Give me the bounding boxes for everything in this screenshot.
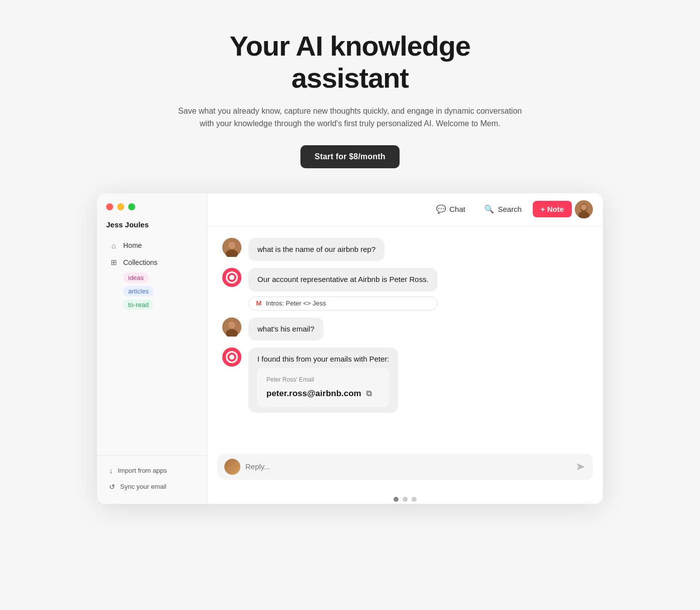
sidebar: Jess Joules ⌂ Home ⊞ Collections ideas a… [97,193,207,504]
sidebar-bottom: ↓ Import from apps ↺ Sync your email [97,455,207,504]
hero-description: Save what you already know, capture new … [175,105,525,130]
user-avatar-2 [222,318,241,337]
import-icon: ↓ [109,467,113,475]
user-message-bubble-1: what is the name of our airbnb rep? [248,238,385,261]
email-card-label: Peter Ross' Email [266,375,380,384]
source-chip[interactable]: M Intros: Peter <> Jess [248,296,438,311]
user-message-text-2: what's his email? [257,325,314,333]
import-label: Import from apps [118,467,167,474]
reply-input[interactable] [245,462,570,471]
chat-message-2: Our account representative at Airbnb is … [222,268,588,311]
minimize-window-button[interactable] [117,203,124,210]
user-message-text-1: what is the name of our airbnb rep? [257,245,376,253]
collections-label-text: Collections [123,258,157,266]
toolbar: 💬 Chat 🔍 Search + Note [207,193,603,226]
reply-input-wrap [217,454,593,480]
new-note-button[interactable]: + Note [533,201,572,217]
reply-avatar [224,459,240,475]
svg-point-17 [229,355,234,360]
avatar[interactable] [575,200,593,218]
user-avatar [222,238,241,257]
chat-label: Chat [450,205,466,213]
svg-point-3 [581,204,587,210]
gmail-icon: M [255,299,263,308]
ai-message-text-2: I found this from your emails with Peter… [257,355,389,363]
chat-icon: 💬 [436,204,446,214]
email-card: Peter Ross' Email peter.ross@airbnb.com … [257,368,389,407]
email-card-value: peter.ross@airbnb.com ⧉ [266,387,380,400]
hero-title: Your AI knowledge assistant [175,30,525,95]
sidebar-item-collections[interactable]: ⊞ Collections [106,254,198,270]
pagination-dots [207,490,603,504]
home-icon: ⌂ [109,241,118,250]
source-chip-label: Intros: Peter <> Jess [266,299,326,307]
close-window-button[interactable] [106,203,113,210]
home-label: Home [123,241,142,249]
dot-2[interactable] [403,497,408,502]
ai-message-text-1: Our account representative at Airbnb is … [257,275,429,283]
ai-avatar-1 [222,268,241,287]
svg-point-5 [228,242,235,249]
reply-bar [207,448,603,490]
sync-label: Sync your email [120,483,166,490]
chat-message-4: I found this from your emails with Peter… [222,348,588,413]
search-button[interactable]: 🔍 Search [476,200,530,218]
collection-tag-articles[interactable]: articles [123,286,154,296]
collection-tag-toread[interactable]: to-read [123,299,154,310]
collections-icon: ⊞ [109,258,118,267]
search-icon: 🔍 [484,204,494,214]
dot-3[interactable] [412,497,417,502]
svg-point-12 [228,322,235,329]
chat-message-1: what is the name of our airbnb rep? [222,238,588,261]
ai-message-bubble-2: I found this from your emails with Peter… [248,348,398,413]
svg-point-10 [229,275,234,280]
dot-1[interactable] [394,497,399,502]
cta-button[interactable]: Start for $8/month [300,145,399,168]
send-button[interactable] [575,461,586,472]
ai-avatar-2 [222,348,241,367]
window-controls [106,203,198,210]
hero-section: Your AI knowledge assistant Save what yo… [175,30,525,168]
email-address[interactable]: peter.ross@airbnb.com [266,387,361,400]
sync-email-button[interactable]: ↺ Sync your email [106,479,198,495]
chat-area: what is the name of our airbnb rep? Our … [207,226,603,448]
collection-tag-ideas[interactable]: ideas [123,272,149,283]
chat-button[interactable]: 💬 Chat [428,200,474,218]
main-content: 💬 Chat 🔍 Search + Note [207,193,603,504]
app-window: Jess Joules ⌂ Home ⊞ Collections ideas a… [97,193,603,504]
maximize-window-button[interactable] [128,203,135,210]
sync-icon: ↺ [109,483,115,491]
chat-message-3: what's his email? [222,318,588,341]
user-message-bubble-2: what's his email? [248,318,323,341]
ai-message-bubble-1: Our account representative at Airbnb is … [248,268,438,291]
sidebar-item-home[interactable]: ⌂ Home [106,238,198,253]
search-label: Search [498,205,522,213]
copy-icon[interactable]: ⧉ [366,388,372,400]
user-name: Jess Joules [106,220,198,229]
import-from-apps-button[interactable]: ↓ Import from apps [106,463,198,479]
